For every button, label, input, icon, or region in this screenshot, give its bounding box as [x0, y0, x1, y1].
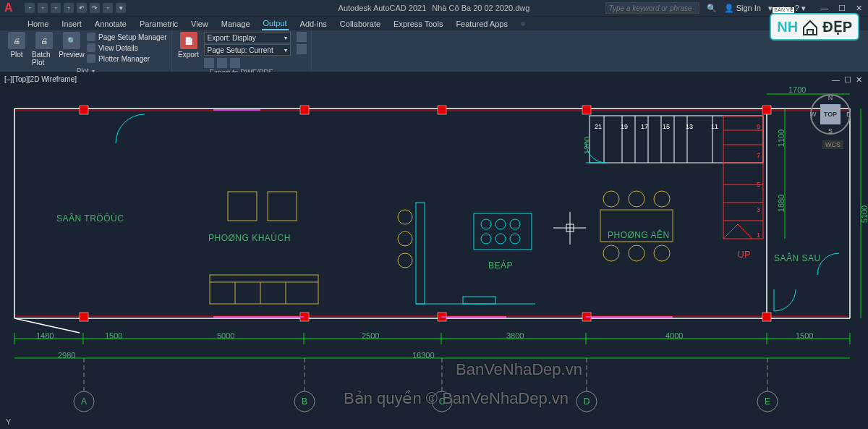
vd-label: View Details — [98, 44, 138, 52]
tab-collaborate[interactable]: Collaborate — [339, 18, 382, 30]
plotter-manager-button[interactable]: Plotter Manager — [87, 54, 167, 64]
qat-share-icon[interactable]: ▾ — [116, 3, 126, 13]
svg-text:D: D — [584, 396, 590, 407]
preview-button[interactable]: 🔍Preview — [59, 32, 84, 59]
svg-rect-54 — [590, 116, 763, 163]
page-setup-label: Page Setup: Current — [208, 46, 273, 54]
plot-button[interactable]: 🖨Plot — [4, 32, 29, 59]
viewcube-face[interactable]: TOP — [820, 104, 841, 124]
export-opt1-icon[interactable] — [204, 58, 214, 68]
dim-1500b: 1500 — [796, 331, 813, 340]
help-icon[interactable]: ? ▾ — [795, 4, 806, 13]
label-phong-khach: PHOØNG KHAÙCH — [208, 233, 291, 243]
svg-point-38 — [654, 245, 670, 261]
tab-view[interactable]: View — [190, 18, 210, 30]
export-opt2-icon[interactable] — [217, 58, 227, 68]
qat-undo-icon[interactable]: ↶ — [77, 3, 87, 13]
tab-expresstools[interactable]: Express Tools — [392, 18, 444, 30]
tab-output[interactable]: Output — [262, 17, 289, 30]
qat-new-icon[interactable]: ▫ — [25, 3, 35, 13]
drawing-viewport[interactable]: [–][Top][2D Wireframe] — ☐ ✕ N S W E TOP… — [0, 72, 868, 429]
page-setup-dropdown[interactable]: Page Setup: Current▾ — [204, 44, 291, 56]
close-button[interactable]: ✕ — [856, 4, 862, 13]
batch-plot-button[interactable]: 🖨Batch Plot — [32, 32, 56, 67]
qat-saveas-icon[interactable]: ▫ — [64, 3, 74, 13]
page-setup-manager-button[interactable]: Page Setup Manager — [87, 32, 167, 42]
qat-redo-icon[interactable]: ↷ — [90, 3, 100, 13]
step-21: 21 — [595, 123, 602, 130]
svg-point-42 — [495, 219, 506, 229]
label-up: UP — [738, 250, 751, 260]
svg-line-5 — [14, 318, 80, 333]
qat-save-icon[interactable]: ▫ — [51, 3, 61, 13]
viewport-close-icon[interactable]: ✕ — [856, 75, 862, 85]
step-1: 1 — [757, 232, 760, 239]
signin-button[interactable]: 👤 Sign In — [724, 4, 761, 13]
svg-text:A: A — [81, 396, 87, 407]
qat-print-icon[interactable]: ▫ — [103, 3, 113, 13]
preview-icon: 🔍 — [63, 32, 80, 49]
view-details-button[interactable]: View Details — [87, 43, 167, 53]
svg-point-30 — [398, 210, 412, 224]
tab-home[interactable]: Home — [26, 18, 50, 30]
tab-featuredapps[interactable]: Featured Apps — [454, 18, 509, 30]
export-opt3-icon[interactable] — [230, 58, 240, 68]
export-display-dropdown[interactable]: Export: Display▾ — [204, 32, 291, 43]
export-display-label: Export: Display — [208, 34, 256, 42]
view-label[interactable]: [–][Top][2D Wireframe] — [4, 75, 77, 83]
viewport-minimize-icon[interactable]: — — [832, 75, 840, 85]
step-15: 15 — [663, 123, 670, 130]
step-11: 11 — [711, 123, 718, 130]
svg-rect-47 — [416, 203, 425, 304]
svg-rect-40 — [474, 213, 532, 250]
ribbon-tabs: Home Insert Annotate Parametric View Man… — [0, 16, 868, 30]
minimize-button[interactable]: — — [820, 4, 828, 13]
viewcube[interactable]: N S W E TOP — [810, 94, 854, 137]
viewcube-n: N — [828, 94, 833, 101]
brand-nha: NH — [777, 19, 798, 35]
dim-2500: 2500 — [362, 331, 379, 340]
y-axis-label: Y — [6, 417, 11, 426]
svg-text:E: E — [765, 396, 770, 407]
export-button[interactable]: 📄Export — [176, 32, 201, 59]
svg-point-41 — [481, 219, 491, 229]
ribbon-panel: 🖨Plot 🖨Batch Plot 🔍Preview Page Setup Ma… — [0, 30, 868, 72]
search-icon[interactable]: 🔍 — [707, 4, 717, 13]
psm-label: Page Setup Manager — [98, 33, 167, 41]
maximize-button[interactable]: ☐ — [838, 4, 846, 13]
cart-icon[interactable]: ▾ — [768, 4, 773, 13]
svg-rect-24 — [268, 192, 297, 221]
export-icon: 📄 — [180, 32, 197, 49]
dim-1200: 1200 — [583, 137, 592, 154]
svg-point-35 — [654, 191, 670, 207]
svg-rect-25 — [210, 275, 318, 304]
brand-small: BẢN VẼ — [773, 7, 793, 13]
search-input[interactable] — [605, 2, 699, 14]
step-19: 19 — [621, 123, 628, 130]
dim-16300: 16300 — [412, 351, 435, 360]
apps-dot-icon[interactable] — [521, 22, 525, 26]
svg-text:C: C — [439, 396, 446, 407]
label-phong-an: PHOØNG AÊN — [608, 230, 670, 240]
tab-annotate[interactable]: Annotate — [93, 18, 128, 30]
svg-rect-14 — [300, 106, 309, 114]
svg-rect-22 — [762, 313, 771, 321]
export-aux2-icon[interactable] — [297, 44, 307, 54]
tab-insert[interactable]: Insert — [60, 18, 83, 30]
step-13: 13 — [686, 123, 693, 130]
viewport-maximize-icon[interactable]: ☐ — [844, 75, 851, 85]
export-aux1-icon[interactable] — [297, 32, 307, 42]
tab-addins[interactable]: Add-ins — [299, 18, 328, 30]
signin-label: Sign In — [736, 4, 761, 12]
tab-manage[interactable]: Manage — [220, 18, 252, 30]
preview-label: Preview — [59, 51, 85, 59]
tab-parametric[interactable]: Parametric — [138, 18, 179, 30]
dim-4000: 4000 — [665, 331, 683, 340]
dim-1700: 1700 — [788, 85, 806, 94]
label-bep: BEÁP — [488, 260, 513, 271]
step-7: 7 — [757, 152, 760, 159]
svg-rect-49 — [463, 297, 495, 304]
step-5: 5 — [757, 181, 760, 188]
qat-open-icon[interactable]: ▫ — [38, 3, 48, 13]
viewcube-s: S — [828, 127, 833, 135]
